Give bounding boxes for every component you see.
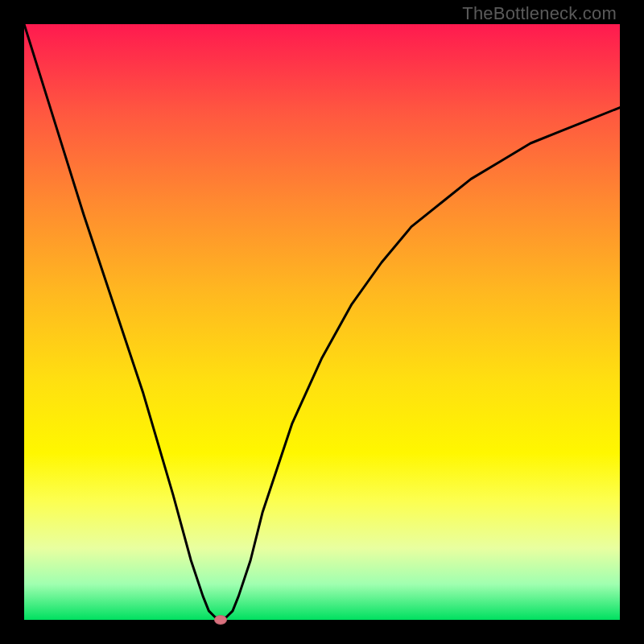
bottleneck-curve bbox=[24, 24, 620, 620]
watermark-text: TheBottleneck.com bbox=[462, 3, 617, 24]
chart-frame: TheBottleneck.com bbox=[0, 0, 644, 644]
plot-area bbox=[24, 24, 620, 620]
optimal-point-marker bbox=[214, 615, 227, 625]
curve-svg bbox=[24, 24, 620, 620]
